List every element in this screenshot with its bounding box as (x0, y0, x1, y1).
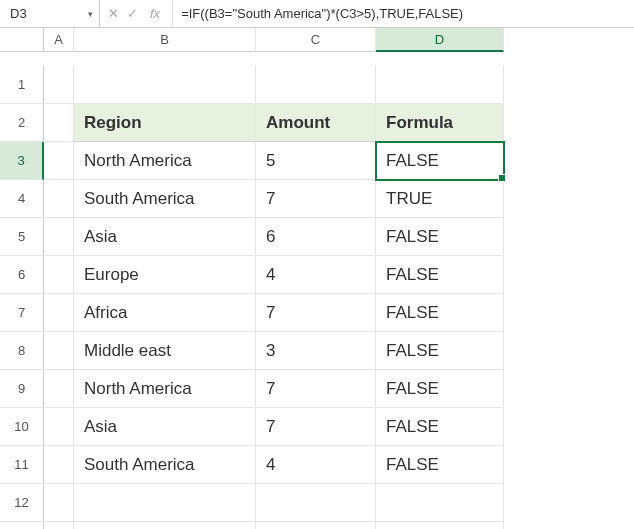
cell-d4[interactable]: TRUE (376, 180, 504, 218)
cell-a13[interactable] (44, 522, 74, 529)
row-header-7[interactable]: 7 (0, 294, 44, 332)
cancel-icon[interactable]: ✕ (108, 6, 119, 21)
row-header-2[interactable]: 2 (0, 104, 44, 142)
row-header-4[interactable]: 4 (0, 180, 44, 218)
cell-b6[interactable]: Europe (74, 256, 256, 294)
cell-b9[interactable]: North America (74, 370, 256, 408)
cell-a3[interactable] (44, 142, 74, 180)
cell-c1[interactable] (256, 66, 376, 104)
cell-b12[interactable] (74, 484, 256, 522)
chevron-down-icon: ▾ (88, 9, 93, 19)
row-header-6[interactable]: 6 (0, 256, 44, 294)
cell-c9[interactable]: 7 (256, 370, 376, 408)
cell-b1[interactable] (74, 66, 256, 104)
formula-bar: D3 ▾ ✕ ✓ fx =IF((B3="South America")*(C3… (0, 0, 634, 28)
cell-a7[interactable] (44, 294, 74, 332)
cell-a6[interactable] (44, 256, 74, 294)
cell-d2[interactable]: Formula (376, 104, 504, 142)
cell-c2[interactable]: Amount (256, 104, 376, 142)
cell-d3[interactable]: FALSE (376, 142, 504, 180)
formula-buttons: ✕ ✓ fx (100, 0, 173, 27)
cell-c3[interactable]: 5 (256, 142, 376, 180)
cell-c13[interactable] (256, 522, 376, 529)
col-header-d[interactable]: D (376, 28, 504, 52)
cell-c12[interactable] (256, 484, 376, 522)
cell-d9[interactable]: FALSE (376, 370, 504, 408)
cell-b10[interactable]: Asia (74, 408, 256, 446)
row-header-11[interactable]: 11 (0, 446, 44, 484)
col-header-b[interactable]: B (74, 28, 256, 52)
cell-c11[interactable]: 4 (256, 446, 376, 484)
col-header-a[interactable]: A (44, 28, 74, 52)
cell-d5[interactable]: FALSE (376, 218, 504, 256)
cell-c6[interactable]: 4 (256, 256, 376, 294)
fx-icon[interactable]: fx (146, 6, 164, 21)
cell-a11[interactable] (44, 446, 74, 484)
col-header-c[interactable]: C (256, 28, 376, 52)
cell-b5[interactable]: Asia (74, 218, 256, 256)
row-header-12[interactable]: 12 (0, 484, 44, 522)
corner-cell[interactable] (0, 28, 44, 52)
row-header-5[interactable]: 5 (0, 218, 44, 256)
row-header-8[interactable]: 8 (0, 332, 44, 370)
row-header-3[interactable]: 3 (0, 142, 44, 180)
cell-a10[interactable] (44, 408, 74, 446)
cell-b13[interactable] (74, 522, 256, 529)
spreadsheet-grid: A B C D 1 2 Region Amount Formula 3 Nort… (0, 28, 634, 529)
cell-a2[interactable] (44, 104, 74, 142)
row-header-9[interactable]: 9 (0, 370, 44, 408)
cell-d8[interactable]: FALSE (376, 332, 504, 370)
cell-d13[interactable] (376, 522, 504, 529)
name-box[interactable]: D3 ▾ (0, 0, 100, 27)
enter-icon[interactable]: ✓ (127, 6, 138, 21)
cell-d11[interactable]: FALSE (376, 446, 504, 484)
cell-d12[interactable] (376, 484, 504, 522)
cell-b7[interactable]: Africa (74, 294, 256, 332)
cell-b3[interactable]: North America (74, 142, 256, 180)
cell-a5[interactable] (44, 218, 74, 256)
cell-c5[interactable]: 6 (256, 218, 376, 256)
cell-d1[interactable] (376, 66, 504, 104)
cell-d6[interactable]: FALSE (376, 256, 504, 294)
cell-c7[interactable]: 7 (256, 294, 376, 332)
cell-a1[interactable] (44, 66, 74, 104)
cell-a12[interactable] (44, 484, 74, 522)
cell-a4[interactable] (44, 180, 74, 218)
cell-b4[interactable]: South America (74, 180, 256, 218)
cell-d10[interactable]: FALSE (376, 408, 504, 446)
cell-d7[interactable]: FALSE (376, 294, 504, 332)
cell-c8[interactable]: 3 (256, 332, 376, 370)
cell-a8[interactable] (44, 332, 74, 370)
formula-input[interactable]: =IF((B3="South America")*(C3>5),TRUE,FAL… (173, 6, 634, 21)
cell-b8[interactable]: Middle east (74, 332, 256, 370)
name-box-value: D3 (10, 6, 27, 21)
cell-b11[interactable]: South America (74, 446, 256, 484)
row-header-10[interactable]: 10 (0, 408, 44, 446)
cell-b2[interactable]: Region (74, 104, 256, 142)
cell-a9[interactable] (44, 370, 74, 408)
row-header-13[interactable]: 13 (0, 522, 44, 529)
cell-c4[interactable]: 7 (256, 180, 376, 218)
cell-c10[interactable]: 7 (256, 408, 376, 446)
row-header-1[interactable]: 1 (0, 66, 44, 104)
